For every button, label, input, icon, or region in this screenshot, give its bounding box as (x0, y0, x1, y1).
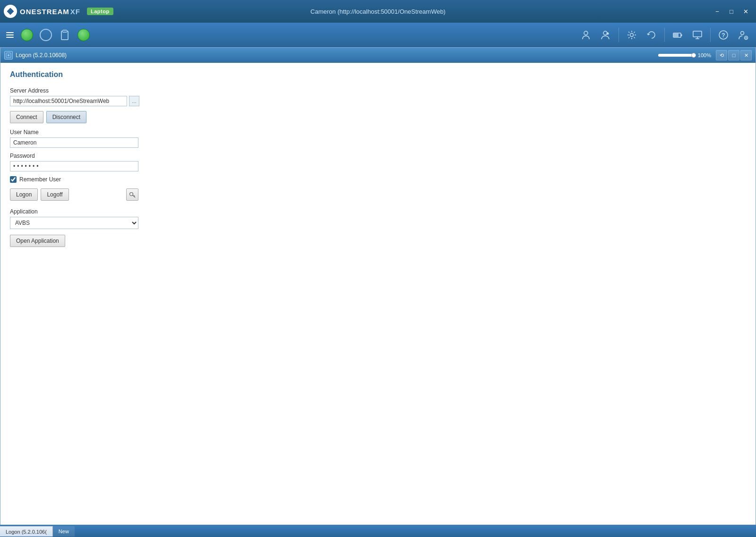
sub-window-close-button[interactable]: ✕ (740, 50, 752, 60)
application-select-row: AVBS (10, 217, 746, 229)
svg-point-14 (741, 32, 744, 35)
server-address-input[interactable] (10, 96, 127, 106)
application-label: Application (10, 208, 746, 215)
user-settings-icon (738, 30, 748, 40)
svg-point-16 (746, 37, 747, 39)
svg-point-0 (9, 10, 12, 13)
logon-content: Authentication Server Address … Connect … (0, 63, 756, 537)
minimize-button[interactable]: − (711, 5, 724, 18)
sub-window-restore-button[interactable]: ⟲ (716, 50, 727, 60)
browse-button[interactable]: … (129, 96, 139, 106)
refresh-button[interactable] (38, 27, 54, 43)
close-button[interactable]: ✕ (739, 5, 752, 18)
username-input[interactable] (10, 137, 138, 148)
remember-user-checkbox[interactable] (10, 176, 17, 183)
application-select[interactable]: AVBS (10, 217, 138, 229)
clipboard-button[interactable] (57, 27, 73, 43)
sub-window-title-text: Logon (5.2.0.10608) (16, 52, 658, 59)
home-icon (21, 29, 33, 41)
action-icon (77, 29, 90, 41)
user-icon (581, 30, 591, 40)
logon-button-row: Logon Logoff (10, 188, 138, 201)
server-address-label: Server Address (10, 87, 746, 94)
titlebar-center-text: Cameron (http://localhost:50001/OneStrea… (310, 8, 446, 15)
toolbar-separator-1 (619, 28, 619, 42)
main-toolbar: ? (0, 23, 756, 47)
authentication-panel: Authentication Server Address … Connect … (0, 63, 756, 537)
remember-user-row: Remember User (10, 176, 746, 183)
remember-user-label: Remember User (19, 176, 61, 183)
toolbar-separator-2 (664, 28, 665, 42)
sub-window-icon (4, 51, 13, 60)
screen-icon (692, 30, 703, 40)
zoom-thumb (691, 53, 696, 58)
zoom-track (658, 54, 696, 57)
home-button[interactable] (19, 27, 35, 43)
gear-icon-button[interactable] (623, 26, 641, 44)
sub-window-controls: ⟲ □ ✕ (716, 50, 752, 60)
zoom-fill (658, 54, 696, 57)
laptop-badge: Laptop (87, 8, 113, 15)
hamburger-menu-button[interactable] (4, 29, 16, 41)
key-icon (129, 191, 136, 198)
logon-buttons: Logon Logoff (10, 188, 69, 201)
clipboard-icon (60, 29, 70, 41)
action-button[interactable] (76, 27, 92, 43)
toolbar-separator-3 (710, 28, 711, 42)
svg-point-6 (607, 33, 609, 35)
sub-window-maximize-button[interactable]: □ (728, 50, 739, 60)
zoom-label: 100% (698, 52, 711, 58)
maximize-button[interactable]: □ (725, 5, 738, 18)
svg-rect-3 (62, 30, 67, 32)
username-label: User Name (10, 129, 746, 136)
help-icon: ? (718, 30, 729, 40)
logon-button[interactable]: Logon (10, 188, 38, 201)
gear-icon (627, 30, 637, 40)
connect-button[interactable]: Connect (10, 111, 43, 123)
svg-rect-10 (674, 34, 679, 37)
sync-icon-button[interactable] (643, 26, 661, 44)
server-address-row: … (10, 96, 746, 106)
status-tab-new[interactable]: New (53, 526, 75, 537)
battery-icon (672, 30, 683, 40)
password-label: Password (10, 153, 746, 159)
svg-point-18 (8, 54, 9, 56)
auth-section-title: Authentication (10, 70, 746, 81)
svg-point-7 (630, 34, 634, 37)
battery-icon-button[interactable] (669, 26, 687, 44)
sync-icon (646, 30, 657, 40)
user2-icon (601, 30, 611, 40)
svg-rect-9 (681, 34, 682, 36)
zoom-bar: 100% (658, 52, 713, 58)
help-icon-button[interactable]: ? (714, 26, 732, 44)
brand-xf: XF (70, 8, 80, 16)
logo-icon (4, 5, 17, 18)
logon-window: Logon (5.2.0.10608) 100% ⟲ □ ✕ Authentic… (0, 47, 756, 537)
title-bar: ONESTREAMXF Laptop Cameron (http://local… (0, 0, 756, 23)
app-logo: ONESTREAMXF Laptop (4, 5, 113, 18)
svg-point-19 (130, 193, 133, 196)
user-settings-icon-button[interactable] (734, 26, 752, 44)
key-button[interactable] (126, 188, 138, 201)
svg-text:?: ? (722, 32, 725, 39)
titlebar-window-controls: − □ ✕ (711, 5, 752, 18)
password-input[interactable] (10, 161, 138, 171)
disconnect-button[interactable]: Disconnect (46, 111, 86, 123)
brand-name: ONESTREAMXF (20, 8, 80, 16)
svg-rect-11 (693, 31, 702, 37)
screen-icon-button[interactable] (688, 26, 706, 44)
user2-icon-button[interactable] (597, 26, 615, 44)
user-icon-button[interactable] (577, 26, 595, 44)
open-application-button[interactable]: Open Application (10, 235, 65, 247)
svg-point-4 (584, 31, 588, 35)
status-bar: Logon (5.2.0.106( New (0, 525, 756, 537)
toolbar-right-icons: ? (577, 26, 752, 44)
connect-button-row: Connect Disconnect (10, 111, 746, 123)
sub-window-titlebar: Logon (5.2.0.10608) 100% ⟲ □ ✕ (0, 48, 756, 63)
status-tab-logon[interactable]: Logon (5.2.0.106( (0, 526, 53, 537)
logoff-button[interactable]: Logoff (41, 188, 69, 201)
refresh-icon (40, 29, 52, 41)
